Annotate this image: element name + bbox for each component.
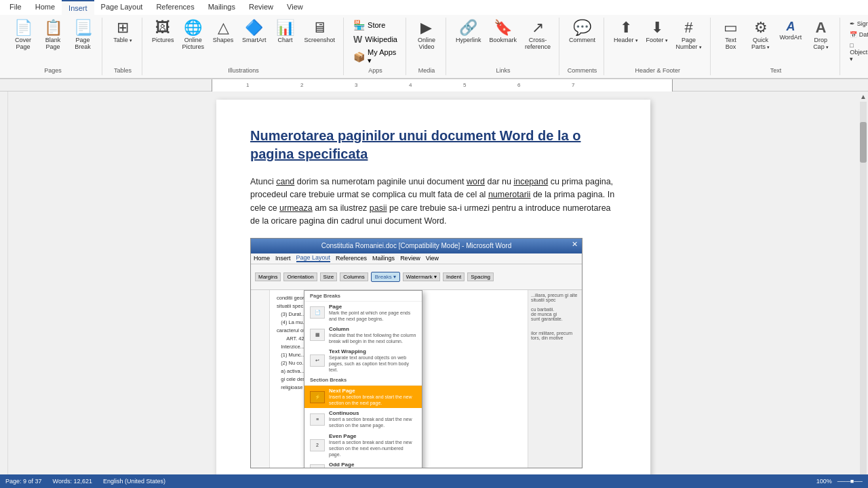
- ruler-mark-4: 4: [409, 82, 412, 88]
- cover-page-label: CoverPage: [15, 37, 31, 50]
- bookmark-icon: 🔖: [494, 20, 512, 35]
- word-tab-insert: Insert: [275, 255, 291, 262]
- ribbon-tabs: File Home Insert Page Layout References …: [0, 0, 868, 15]
- wordart-button[interactable]: A WordArt: [777, 19, 805, 42]
- group-header-footer: ⬆ Header ⬇ Footer # PageNumber Header & …: [606, 18, 710, 75]
- table-button[interactable]: ⊞ Table: [109, 19, 136, 45]
- doc-title: Numerotarea paginilor unui document Word…: [250, 127, 616, 163]
- continuous-text: Continuous Insert a section break and st…: [329, 410, 416, 428]
- header-button[interactable]: ⬆ Header: [611, 19, 640, 45]
- store-button[interactable]: 🏪 Store: [351, 19, 388, 31]
- object-button[interactable]: □ Object ▾: [847, 41, 868, 64]
- ruler-mark-3: 3: [355, 82, 357, 88]
- vertical-scroll-bar[interactable]: ▲ ▼: [859, 92, 868, 488]
- text-wrapping-desc: Separate text around objects on web page…: [329, 354, 416, 373]
- column-break-desc: Indicate that the text following the col…: [329, 332, 416, 344]
- hyperlink-icon: 🔗: [459, 20, 477, 35]
- smartart-button[interactable]: 🔷 SmartArt: [239, 19, 269, 45]
- columns-button: Columns: [340, 272, 368, 281]
- chart-button[interactable]: 📊 Chart: [272, 19, 299, 45]
- dropdown-column-break[interactable]: ▦ Column Indicate that the text followin…: [304, 324, 422, 346]
- dropdown-even-page[interactable]: 2 Even Page Insert a section break and s…: [304, 431, 422, 460]
- page-break-button[interactable]: 📃 PageBreak: [69, 19, 96, 52]
- scroll-track[interactable]: [860, 102, 867, 488]
- screenshot-button[interactable]: 🖥 Screenshot: [302, 19, 338, 45]
- tab-insert[interactable]: Insert: [62, 0, 94, 15]
- drop-cap-button[interactable]: A DropCap: [807, 19, 834, 52]
- next-page-desc: Insert a section break and start the new…: [329, 394, 416, 406]
- blank-page-button[interactable]: 📋 BlankPage: [39, 19, 66, 52]
- word-tab-mailings: Mailings: [372, 255, 395, 262]
- cover-page-button[interactable]: 📄 CoverPage: [9, 19, 37, 52]
- text-wrapping-icon: ↩: [310, 354, 325, 367]
- chart-label: Chart: [278, 37, 293, 43]
- group-symbols: ✒ Signature Line ▾ 📅 Date & Time □ Objec…: [842, 18, 868, 75]
- page-number-button[interactable]: # PageNumber: [673, 19, 705, 52]
- quick-parts-button[interactable]: ⚙ QuickParts: [747, 19, 774, 52]
- tab-page-layout[interactable]: Page Layout: [94, 0, 150, 15]
- wikipedia-button[interactable]: W Wikipedia: [351, 33, 400, 45]
- main-area: Numerotarea paginilor unui document Word…: [0, 92, 868, 488]
- column-break-text: Column Indicate that the text following …: [329, 326, 416, 344]
- word-tab-page-layout: Page Layout: [296, 254, 331, 262]
- group-illustrations-label: Illustrations: [228, 66, 259, 74]
- dropdown-page-break[interactable]: 📄 Page Mark the point at which one page …: [304, 302, 422, 324]
- even-page-text: Even Page Insert a section break and sta…: [329, 433, 416, 458]
- my-apps-label: My Apps ▾: [368, 48, 397, 65]
- smartart-icon: 🔷: [245, 20, 263, 35]
- my-apps-button[interactable]: 📦 My Apps ▾: [351, 47, 400, 66]
- tab-mailings[interactable]: Mailings: [201, 0, 242, 15]
- hyperlink-button[interactable]: 🔗 Hyperlink: [453, 19, 484, 45]
- dropdown-next-page[interactable]: ⚡ Next Page Insert a section break and s…: [304, 386, 422, 408]
- drop-cap-label: DropCap: [813, 37, 828, 50]
- store-label: Store: [368, 21, 385, 29]
- dropdown-text-wrapping[interactable]: ↩ Text Wrapping Separate text around obj…: [304, 346, 422, 375]
- online-video-button[interactable]: ▶ OnlineVideo: [413, 19, 440, 52]
- word-tab-review: Review: [400, 255, 420, 262]
- page-break-item-desc: Mark the point at which one page ends an…: [329, 310, 416, 322]
- document-page: Numerotarea paginilor unui document Word…: [216, 100, 650, 488]
- breaks-button[interactable]: Breaks ▾: [371, 272, 400, 282]
- bookmark-button[interactable]: 🔖 Bookmark: [487, 19, 520, 45]
- word-ribbon-mini: Home Insert Page Layout References Maili…: [251, 253, 582, 264]
- footer-button[interactable]: ⬇ Footer: [644, 19, 671, 45]
- text-box-label: TextBox: [725, 37, 736, 50]
- blank-page-icon: 📋: [44, 20, 62, 35]
- footer-label: Footer: [646, 37, 668, 43]
- date-time-button[interactable]: 📅 Date & Time: [847, 30, 868, 39]
- dropdown-odd-page[interactable]: 1 Odd Page Insert a section break and st…: [304, 460, 422, 468]
- scroll-thumb[interactable]: [860, 122, 867, 163]
- tab-view[interactable]: View: [280, 0, 310, 15]
- status-bar-right: 100% ───■──: [816, 478, 863, 485]
- page-break-label: PageBreak: [75, 37, 91, 50]
- online-pictures-button[interactable]: 🌐 OnlinePictures: [180, 19, 208, 52]
- zoom-level: 100%: [816, 478, 832, 485]
- smartart-label: SmartArt: [242, 37, 267, 43]
- cross-reference-icon: ↗: [532, 20, 544, 35]
- dropdown-continuous[interactable]: ≡ Continuous Insert a section break and …: [304, 408, 422, 430]
- page-count: Page: 9 of 37: [5, 478, 42, 485]
- tab-home[interactable]: Home: [28, 0, 62, 15]
- comment-label: Comment: [569, 37, 595, 43]
- cross-reference-button[interactable]: ↗ Cross-reference: [522, 19, 553, 52]
- underline-incepand: incepand: [513, 177, 548, 186]
- tab-references[interactable]: References: [149, 0, 201, 15]
- group-pages-label: Pages: [44, 66, 62, 74]
- scroll-up-arrow[interactable]: ▲: [859, 92, 868, 102]
- pictures-label: Pictures: [152, 37, 174, 43]
- group-links-label: Links: [496, 66, 511, 74]
- zoom-slider[interactable]: ───■──: [837, 478, 863, 485]
- shapes-button[interactable]: △ Shapes: [210, 19, 237, 45]
- group-links: 🔗 Hyperlink 🔖 Bookmark ↗ Cross-reference…: [448, 18, 559, 75]
- signature-line-button[interactable]: ✒ Signature Line ▾: [847, 19, 868, 28]
- even-page-title: Even Page: [329, 433, 416, 439]
- tab-file[interactable]: File: [3, 0, 28, 15]
- comment-button[interactable]: 💬 Comment: [566, 19, 598, 45]
- underline-urmeaza: urmeaza: [279, 203, 313, 213]
- word-body-area: conditii geor... situatii spec... (3) Du…: [251, 290, 582, 468]
- right-scrollbar[interactable]: ▲ ▼: [859, 92, 868, 488]
- text-box-button[interactable]: ▭ TextBox: [717, 19, 745, 52]
- tab-review[interactable]: Review: [242, 0, 280, 15]
- next-page-title: Next Page: [329, 388, 416, 394]
- pictures-button[interactable]: 🖼 Pictures: [149, 19, 177, 45]
